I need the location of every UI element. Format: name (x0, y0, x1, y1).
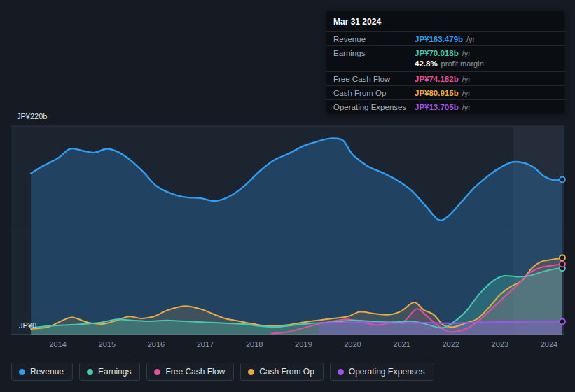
legend-item-revenue[interactable]: Revenue (11, 363, 73, 381)
x-axis-label-2017: 2017 (190, 340, 221, 349)
x-axis-label-2023: 2023 (485, 340, 515, 349)
legend-item-earnings[interactable]: Earnings (79, 363, 140, 381)
tooltip-row-free-cash-flow: Free Cash Flow JP¥74.182b /yr (326, 71, 564, 85)
tooltip-row-operating-expenses: Operating Expenses JP¥13.705b /yr (326, 99, 564, 113)
tooltip-value: 42.8% (415, 59, 438, 68)
tooltip-value: JP¥163.479b (415, 35, 463, 43)
tooltip-suffix: /yr (466, 35, 475, 43)
legend-item-cash-from-op[interactable]: Cash From Op (240, 363, 324, 381)
chart-tooltip: Mar 31 2024 Revenue JP¥163.479b /yr Earn… (326, 11, 564, 113)
x-axis-label-2019: 2019 (288, 340, 319, 349)
tooltip-value: JP¥80.915b (415, 89, 459, 97)
tooltip-suffix: /yr (462, 103, 471, 111)
tooltip-date: Mar 31 2024 (326, 11, 564, 31)
legend-label: Earnings (98, 367, 131, 377)
chart-legend: RevenueEarningsFree Cash FlowCash From O… (11, 363, 434, 381)
tooltip-suffix: /yr (462, 75, 471, 83)
legend-dot (87, 369, 93, 375)
legend-item-free-cash-flow[interactable]: Free Cash Flow (146, 363, 234, 381)
legend-dot (154, 369, 160, 375)
legend-label: Operating Expenses (349, 367, 425, 377)
x-axis-label-2020: 2020 (337, 340, 368, 349)
tooltip-label: Free Cash Flow (333, 75, 415, 83)
tooltip-row-earnings: Earnings JP¥70.018b /yr (326, 46, 564, 59)
legend-dot (338, 369, 344, 375)
x-axis-label-2014: 2014 (43, 340, 74, 349)
x-axis-label-2016: 2016 (141, 340, 172, 349)
legend-label: Revenue (30, 367, 64, 377)
x-axis-label-2015: 2015 (92, 340, 123, 349)
tooltip-row-cash-from-op: Cash From Op JP¥80.915b /yr (326, 85, 564, 99)
y-axis-zero-label: JP¥0 (19, 321, 36, 330)
tooltip-label: Revenue (333, 35, 415, 43)
tooltip-row-revenue: Revenue JP¥163.479b /yr (326, 31, 564, 46)
tooltip-value: JP¥13.705b (415, 103, 459, 111)
y-axis-max-label: JP¥220b (17, 112, 47, 120)
x-axis-label-2024: 2024 (534, 340, 564, 349)
tooltip-suffix: profit margin (441, 59, 484, 68)
stock-financials-chart-panel: JP¥220b JP¥0 201420152016201720182019202… (0, 0, 575, 392)
x-axis-label-2022: 2022 (436, 340, 466, 349)
tooltip-label: Earnings (333, 49, 415, 57)
tooltip-row-profit-margin: 42.8% profit margin (326, 59, 564, 71)
legend-label: Cash From Op (259, 367, 314, 377)
legend-dot (19, 369, 25, 375)
x-axis-label-2018: 2018 (239, 340, 270, 349)
tooltip-value: JP¥70.018b (415, 49, 459, 57)
x-axis-label-2021: 2021 (387, 340, 417, 349)
legend-dot (248, 369, 254, 375)
tooltip-value: JP¥74.182b (415, 75, 459, 83)
legend-item-operating-expenses[interactable]: Operating Expenses (330, 363, 434, 381)
tooltip-label: Operating Expenses (333, 103, 415, 111)
tooltip-label: Cash From Op (333, 89, 415, 97)
tooltip-suffix: /yr (462, 49, 471, 57)
legend-label: Free Cash Flow (165, 367, 225, 377)
tooltip-suffix: /yr (462, 89, 471, 97)
